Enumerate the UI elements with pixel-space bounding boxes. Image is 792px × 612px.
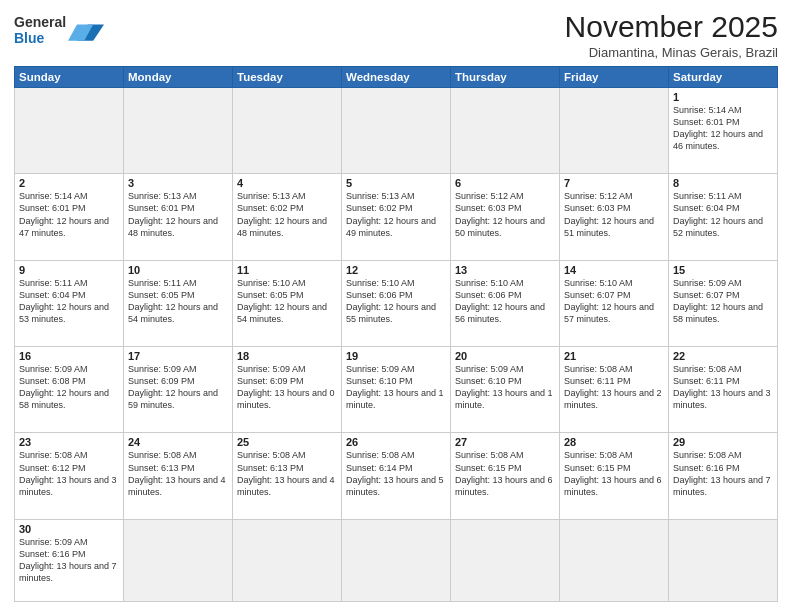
logo: General Blue	[14, 14, 104, 46]
title-block: November 2025 Diamantina, Minas Gerais, …	[565, 10, 778, 60]
day-info: Sunrise: 5:11 AMSunset: 6:04 PMDaylight:…	[673, 190, 773, 239]
day-cell: 1Sunrise: 5:14 AMSunset: 6:01 PMDaylight…	[669, 88, 778, 174]
day-cell: 2Sunrise: 5:14 AMSunset: 6:01 PMDaylight…	[15, 174, 124, 260]
day-number: 27	[455, 436, 555, 448]
day-number: 23	[19, 436, 119, 448]
col-header-saturday: Saturday	[669, 67, 778, 88]
header: General Blue November 2025 Diamantina, M…	[14, 10, 778, 60]
day-cell: 23Sunrise: 5:08 AMSunset: 6:12 PMDayligh…	[15, 433, 124, 519]
day-number: 12	[346, 264, 446, 276]
day-cell	[669, 519, 778, 601]
day-cell: 12Sunrise: 5:10 AMSunset: 6:06 PMDayligh…	[342, 260, 451, 346]
day-cell: 6Sunrise: 5:12 AMSunset: 6:03 PMDaylight…	[451, 174, 560, 260]
day-cell: 15Sunrise: 5:09 AMSunset: 6:07 PMDayligh…	[669, 260, 778, 346]
day-cell: 11Sunrise: 5:10 AMSunset: 6:05 PMDayligh…	[233, 260, 342, 346]
col-header-wednesday: Wednesday	[342, 67, 451, 88]
day-cell	[124, 519, 233, 601]
day-number: 29	[673, 436, 773, 448]
week-row-2: 2Sunrise: 5:14 AMSunset: 6:01 PMDaylight…	[15, 174, 778, 260]
day-info: Sunrise: 5:08 AMSunset: 6:15 PMDaylight:…	[564, 449, 664, 498]
day-cell: 13Sunrise: 5:10 AMSunset: 6:06 PMDayligh…	[451, 260, 560, 346]
day-cell: 16Sunrise: 5:09 AMSunset: 6:08 PMDayligh…	[15, 347, 124, 433]
day-number: 30	[19, 523, 119, 535]
day-info: Sunrise: 5:09 AMSunset: 6:16 PMDaylight:…	[19, 536, 119, 585]
col-header-thursday: Thursday	[451, 67, 560, 88]
day-number: 25	[237, 436, 337, 448]
day-number: 4	[237, 177, 337, 189]
day-cell	[15, 88, 124, 174]
day-cell: 5Sunrise: 5:13 AMSunset: 6:02 PMDaylight…	[342, 174, 451, 260]
day-info: Sunrise: 5:09 AMSunset: 6:10 PMDaylight:…	[455, 363, 555, 412]
day-info: Sunrise: 5:08 AMSunset: 6:14 PMDaylight:…	[346, 449, 446, 498]
day-cell: 19Sunrise: 5:09 AMSunset: 6:10 PMDayligh…	[342, 347, 451, 433]
day-cell: 20Sunrise: 5:09 AMSunset: 6:10 PMDayligh…	[451, 347, 560, 433]
day-number: 10	[128, 264, 228, 276]
calendar-header-row: SundayMondayTuesdayWednesdayThursdayFrid…	[15, 67, 778, 88]
day-info: Sunrise: 5:12 AMSunset: 6:03 PMDaylight:…	[564, 190, 664, 239]
day-number: 22	[673, 350, 773, 362]
day-info: Sunrise: 5:08 AMSunset: 6:15 PMDaylight:…	[455, 449, 555, 498]
page: General Blue November 2025 Diamantina, M…	[0, 0, 792, 612]
day-cell: 24Sunrise: 5:08 AMSunset: 6:13 PMDayligh…	[124, 433, 233, 519]
day-number: 9	[19, 264, 119, 276]
day-cell: 29Sunrise: 5:08 AMSunset: 6:16 PMDayligh…	[669, 433, 778, 519]
day-info: Sunrise: 5:13 AMSunset: 6:02 PMDaylight:…	[237, 190, 337, 239]
day-cell: 27Sunrise: 5:08 AMSunset: 6:15 PMDayligh…	[451, 433, 560, 519]
day-cell	[233, 519, 342, 601]
day-cell	[451, 519, 560, 601]
month-title: November 2025	[565, 10, 778, 43]
day-number: 28	[564, 436, 664, 448]
day-number: 5	[346, 177, 446, 189]
day-number: 6	[455, 177, 555, 189]
day-info: Sunrise: 5:09 AMSunset: 6:10 PMDaylight:…	[346, 363, 446, 412]
day-info: Sunrise: 5:14 AMSunset: 6:01 PMDaylight:…	[673, 104, 773, 153]
day-info: Sunrise: 5:09 AMSunset: 6:08 PMDaylight:…	[19, 363, 119, 412]
day-cell	[560, 88, 669, 174]
week-row-4: 16Sunrise: 5:09 AMSunset: 6:08 PMDayligh…	[15, 347, 778, 433]
logo-text: General	[14, 14, 66, 30]
day-cell: 8Sunrise: 5:11 AMSunset: 6:04 PMDaylight…	[669, 174, 778, 260]
day-info: Sunrise: 5:11 AMSunset: 6:05 PMDaylight:…	[128, 277, 228, 326]
day-info: Sunrise: 5:08 AMSunset: 6:12 PMDaylight:…	[19, 449, 119, 498]
day-cell: 7Sunrise: 5:12 AMSunset: 6:03 PMDaylight…	[560, 174, 669, 260]
day-cell	[342, 88, 451, 174]
day-cell	[451, 88, 560, 174]
day-cell	[342, 519, 451, 601]
logo-blue: Blue	[14, 30, 66, 46]
day-info: Sunrise: 5:09 AMSunset: 6:09 PMDaylight:…	[237, 363, 337, 412]
day-info: Sunrise: 5:09 AMSunset: 6:07 PMDaylight:…	[673, 277, 773, 326]
col-header-sunday: Sunday	[15, 67, 124, 88]
day-info: Sunrise: 5:10 AMSunset: 6:07 PMDaylight:…	[564, 277, 664, 326]
day-cell: 30Sunrise: 5:09 AMSunset: 6:16 PMDayligh…	[15, 519, 124, 601]
day-cell: 22Sunrise: 5:08 AMSunset: 6:11 PMDayligh…	[669, 347, 778, 433]
day-number: 16	[19, 350, 119, 362]
day-number: 7	[564, 177, 664, 189]
day-number: 26	[346, 436, 446, 448]
day-number: 15	[673, 264, 773, 276]
day-info: Sunrise: 5:08 AMSunset: 6:11 PMDaylight:…	[673, 363, 773, 412]
day-number: 17	[128, 350, 228, 362]
day-number: 18	[237, 350, 337, 362]
day-cell: 17Sunrise: 5:09 AMSunset: 6:09 PMDayligh…	[124, 347, 233, 433]
day-number: 21	[564, 350, 664, 362]
week-row-6: 30Sunrise: 5:09 AMSunset: 6:16 PMDayligh…	[15, 519, 778, 601]
day-cell	[124, 88, 233, 174]
day-cell: 9Sunrise: 5:11 AMSunset: 6:04 PMDaylight…	[15, 260, 124, 346]
day-info: Sunrise: 5:14 AMSunset: 6:01 PMDaylight:…	[19, 190, 119, 239]
day-info: Sunrise: 5:10 AMSunset: 6:06 PMDaylight:…	[455, 277, 555, 326]
day-info: Sunrise: 5:08 AMSunset: 6:11 PMDaylight:…	[564, 363, 664, 412]
day-info: Sunrise: 5:12 AMSunset: 6:03 PMDaylight:…	[455, 190, 555, 239]
day-number: 24	[128, 436, 228, 448]
day-info: Sunrise: 5:13 AMSunset: 6:02 PMDaylight:…	[346, 190, 446, 239]
day-cell	[233, 88, 342, 174]
day-cell: 10Sunrise: 5:11 AMSunset: 6:05 PMDayligh…	[124, 260, 233, 346]
col-header-monday: Monday	[124, 67, 233, 88]
day-cell: 28Sunrise: 5:08 AMSunset: 6:15 PMDayligh…	[560, 433, 669, 519]
subtitle: Diamantina, Minas Gerais, Brazil	[565, 45, 778, 60]
day-number: 13	[455, 264, 555, 276]
day-number: 20	[455, 350, 555, 362]
day-info: Sunrise: 5:13 AMSunset: 6:01 PMDaylight:…	[128, 190, 228, 239]
col-header-tuesday: Tuesday	[233, 67, 342, 88]
day-cell	[560, 519, 669, 601]
day-info: Sunrise: 5:10 AMSunset: 6:05 PMDaylight:…	[237, 277, 337, 326]
